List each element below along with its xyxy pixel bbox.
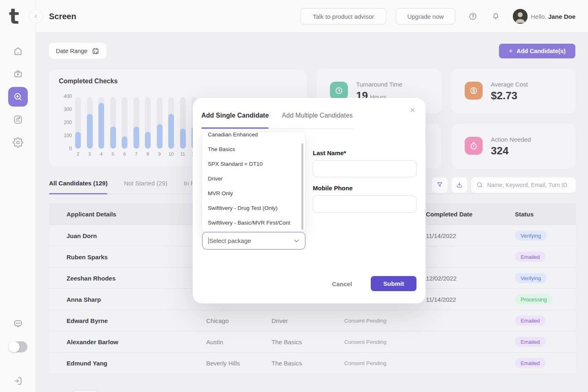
download-icon xyxy=(455,181,463,189)
package-option[interactable]: Canadian Enhanced xyxy=(202,131,305,142)
table-row[interactable]: Alexander Barlow Austin The Basics Conse… xyxy=(49,331,576,352)
date-range-button[interactable]: Date Range xyxy=(49,43,107,59)
talk-to-product-advisor-button[interactable]: Talk to product advisor xyxy=(301,8,386,24)
bar-column: 3 xyxy=(87,97,93,156)
sidebar-collapse-button[interactable] xyxy=(29,9,43,23)
package-option[interactable]: The Basics xyxy=(202,142,305,156)
package-option[interactable]: Driver xyxy=(202,171,305,186)
y-tick-label: 400 xyxy=(56,94,72,99)
chat-icon[interactable] xyxy=(13,318,23,329)
y-tick-label: 0 xyxy=(56,146,72,151)
consent-status: Consent Pending xyxy=(344,339,387,345)
bar-chart: 23456789101112 xyxy=(75,97,197,156)
status-badge: Verifying xyxy=(515,230,547,241)
applicant-city: Chicago xyxy=(206,317,229,324)
select-package-field[interactable]: Select package xyxy=(202,232,305,249)
home-icon[interactable] xyxy=(13,46,23,56)
submit-button[interactable]: Submit xyxy=(371,276,416,291)
applicant-name: Edmund Yang xyxy=(67,359,107,366)
chart-y-axis: 4003002001000 xyxy=(56,94,72,151)
dollar-icon xyxy=(465,82,483,100)
bell-icon[interactable] xyxy=(491,12,500,21)
upgrade-now-button[interactable]: Upgrade now xyxy=(396,8,455,24)
package-option[interactable]: Swiftlivery - Drug Test (Only) xyxy=(202,200,305,215)
applicant-name: Juan Dorn xyxy=(67,232,97,239)
tab-add-multiple-candidates[interactable]: Add Multiple Candidates xyxy=(282,112,352,129)
add-candidates-button[interactable]: + Add Candidate(s) xyxy=(499,44,575,58)
package-dropdown-panel: Canadian Enhanced The Basics SPX Standar… xyxy=(202,131,305,232)
sidebar-item-screen-active[interactable] xyxy=(8,87,28,107)
candidate-search xyxy=(471,177,576,193)
y-tick-label: 200 xyxy=(56,120,72,125)
bar-column: 6 xyxy=(122,97,127,156)
stat-label: Action Needed xyxy=(491,136,531,143)
text-caret xyxy=(208,237,209,244)
completed-date: 11/14/2022 xyxy=(426,232,456,239)
cancel-button[interactable]: Cancel xyxy=(329,277,355,291)
applicant-package: The Basics xyxy=(272,359,302,366)
dropdown-scrollbar[interactable] xyxy=(301,143,303,230)
filter-button[interactable] xyxy=(432,177,448,193)
search-input[interactable] xyxy=(487,182,571,188)
stat-value: 324 xyxy=(491,145,508,157)
pagination-control[interactable] xyxy=(72,390,98,392)
close-icon[interactable]: × xyxy=(408,105,417,115)
x-tick-label: 8 xyxy=(147,151,149,156)
x-tick-label: 11 xyxy=(180,151,185,156)
last-name-input[interactable] xyxy=(313,160,416,177)
y-tick-label: 100 xyxy=(56,133,72,138)
gear-icon[interactable] xyxy=(13,137,23,148)
average-cost-card: Average Cost $2.73 xyxy=(452,69,575,114)
table-row[interactable]: Edmund Yang Beverly Hills The Basics Con… xyxy=(49,352,576,373)
applicant-name: Edward Byrne xyxy=(67,317,108,324)
tab-add-single-candidate[interactable]: Add Single Candidate xyxy=(201,112,269,129)
bar-column: 2 xyxy=(75,97,81,156)
calendar-edit-icon xyxy=(91,47,100,55)
reports-chart-icon[interactable] xyxy=(13,114,23,125)
toggle-knob xyxy=(9,341,20,352)
bar-column: 11 xyxy=(180,97,186,156)
col-completed-date: Completed Date xyxy=(426,211,472,218)
tab-not-started[interactable]: Not Started (29) xyxy=(124,180,167,194)
applicant-name: Ruben Sparks xyxy=(67,253,108,260)
add-candidates-label: Add Candidate(s) xyxy=(517,48,566,54)
search-plus-icon xyxy=(13,91,23,102)
download-button[interactable] xyxy=(452,177,467,193)
tab-label: All Candidates (129) xyxy=(49,180,107,187)
status-badge: Processing xyxy=(515,294,552,304)
y-tick-label: 300 xyxy=(56,107,72,112)
applicant-name: Anna Sharp xyxy=(67,296,101,303)
modal-tab-label: Add Single Candidate xyxy=(201,112,269,119)
x-tick-label: 4 xyxy=(100,151,102,156)
package-option-list: Canadian Enhanced The Basics SPX Standar… xyxy=(202,131,305,230)
select-package-placeholder: Select package xyxy=(209,237,251,244)
table-row[interactable]: Edward Byrne Chicago Driver Consent Pend… xyxy=(49,310,576,331)
greeting-prefix: Hello, xyxy=(531,13,546,20)
tab-all-candidates[interactable]: All Candidates (129) xyxy=(49,180,107,194)
stat-label: Average Cost xyxy=(491,81,528,88)
last-name-label: Last Name* xyxy=(313,149,346,156)
sidebar: t xyxy=(0,0,36,392)
completed-date: 12/02/2022 xyxy=(426,274,457,281)
mobile-phone-input[interactable] xyxy=(313,196,416,213)
x-tick-label: 3 xyxy=(88,151,91,156)
package-option[interactable]: SPX Standard + DT10 xyxy=(202,156,305,171)
stat-value: $2.73 xyxy=(491,89,517,102)
applicant-name: Alexander Barlow xyxy=(67,338,118,345)
package-option[interactable]: Swiftlivery - Basic/MVR First/Cont xyxy=(202,215,305,230)
x-tick-label: 6 xyxy=(123,151,126,156)
chart-title: Completed Checks xyxy=(59,78,118,85)
applicant-city: Beverly Hills xyxy=(206,359,240,366)
col-applicant-details: Applicant Details xyxy=(67,211,116,218)
package-option[interactable]: MVR Only xyxy=(202,186,305,200)
theme-toggle[interactable] xyxy=(9,341,27,352)
x-tick-label: 2 xyxy=(77,151,79,156)
logout-icon[interactable] xyxy=(13,376,23,386)
bar-column: 10 xyxy=(168,97,174,156)
user-avatar[interactable] xyxy=(513,9,528,24)
plus-icon: + xyxy=(509,47,513,55)
help-icon[interactable] xyxy=(468,12,477,21)
briefcase-icon[interactable] xyxy=(13,69,23,79)
x-tick-label: 7 xyxy=(135,151,137,156)
bar-column: 4 xyxy=(98,97,104,156)
